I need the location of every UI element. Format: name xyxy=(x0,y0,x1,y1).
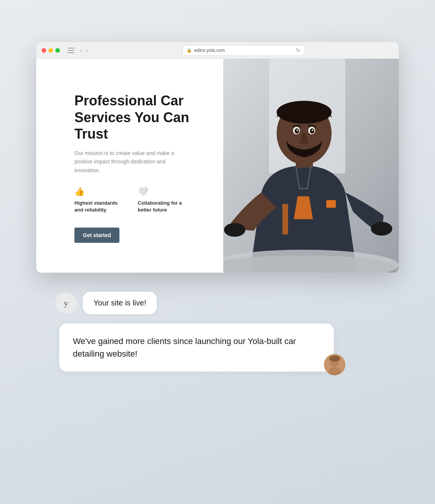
yola-avatar: y xyxy=(55,292,77,314)
svg-point-11 xyxy=(312,129,313,131)
reload-icon[interactable]: ↻ xyxy=(296,47,300,53)
feature-label-2: Collaborating for a better future xyxy=(138,200,187,213)
forward-arrow[interactable]: › xyxy=(85,47,89,54)
close-button[interactable] xyxy=(42,48,46,53)
left-panel: Professional Car Services You Can Trust … xyxy=(36,59,223,273)
heart-icon: 🤍 xyxy=(138,187,187,197)
feature-label-1: Highest standards and reliability xyxy=(74,200,124,213)
traffic-lights xyxy=(42,48,60,53)
back-arrow[interactable]: ‹ xyxy=(79,47,83,54)
notification-message: Your site is live! xyxy=(83,292,157,314)
url-text: editor.yola.com xyxy=(194,48,225,53)
browser-content: Professional Car Services You Can Trust … xyxy=(36,59,399,273)
svg-point-12 xyxy=(224,223,245,237)
testimonial-wrapper: We've gained more clients since launchin… xyxy=(59,323,334,372)
get-started-button[interactable]: Get started xyxy=(74,228,119,243)
hero-description: Our mission is to create value and make … xyxy=(74,149,181,174)
hero-title: Professional Car Services You Can Trust xyxy=(74,92,204,142)
thumbs-up-icon: 👍 xyxy=(74,187,124,197)
sidebar-toggle-icon[interactable] xyxy=(68,48,74,53)
browser-toolbar: ‹ › 🔒 editor.yola.com ↻ xyxy=(36,42,399,59)
address-bar-container: 🔒 editor.yola.com ↻ xyxy=(93,45,393,56)
browser-window: ‹ › 🔒 editor.yola.com ↻ Professional Car… xyxy=(36,42,399,273)
chat-section: y Your site is live! We've gained more c… xyxy=(36,276,399,387)
user-avatar xyxy=(324,354,345,375)
notification-bubble: y Your site is live! xyxy=(55,292,380,314)
svg-point-10 xyxy=(296,129,298,131)
testimonial-message: We've gained more clients since launchin… xyxy=(59,323,334,372)
feature-item-1: 👍 Highest standards and reliability xyxy=(74,187,124,213)
mechanic-illustration xyxy=(223,59,399,273)
svg-point-9 xyxy=(310,128,314,134)
nav-arrows: ‹ › xyxy=(79,47,89,54)
features-row: 👍 Highest standards and reliability 🤍 Co… xyxy=(74,187,204,213)
minimize-button[interactable] xyxy=(48,48,53,53)
lock-icon: 🔒 xyxy=(187,48,192,53)
feature-item-2: 🤍 Collaborating for a better future xyxy=(138,187,187,213)
maximize-button[interactable] xyxy=(55,48,60,53)
hero-image-panel xyxy=(223,59,399,273)
svg-point-13 xyxy=(371,222,392,236)
svg-rect-16 xyxy=(326,200,336,208)
testimonial-bubble: We've gained more clients since launchin… xyxy=(55,323,380,372)
svg-point-8 xyxy=(295,128,299,134)
address-bar[interactable]: 🔒 editor.yola.com ↻ xyxy=(182,45,304,56)
